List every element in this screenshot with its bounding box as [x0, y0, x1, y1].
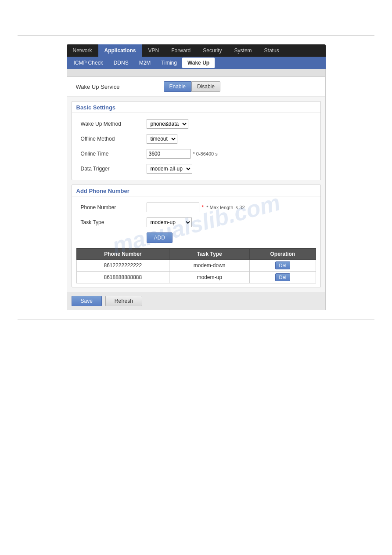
phone-number-input[interactable]: [147, 203, 199, 212]
nav-item-vpn[interactable]: VPN: [142, 44, 165, 57]
offline-method-control: timeout data: [147, 134, 177, 144]
phone-table: Phone Number Task Type Operation 8612222…: [76, 248, 316, 283]
phone-cell-2: 8618888888888: [76, 272, 169, 283]
bottom-bar: Save Refresh: [67, 292, 325, 310]
online-time-control: * 0-86400 s: [147, 149, 218, 159]
content-area: Wake Up Service Enable Disable Basic Set…: [67, 69, 326, 310]
task-type-label: Task Type: [76, 219, 147, 225]
online-time-input[interactable]: [147, 149, 191, 159]
subnav-item-wake-up[interactable]: Wake Up: [182, 58, 215, 68]
nav-item-system[interactable]: System: [228, 44, 258, 57]
add-phone-number-body: Phone Number * * Max length is 32 Task T…: [72, 196, 320, 287]
del-button-2[interactable]: Del: [275, 273, 291, 281]
wake-up-method-label: Wake Up Method: [76, 121, 147, 127]
phone-number-control: * * Max length is 32: [147, 203, 245, 212]
phone-cell-1: 8612222222222: [76, 260, 169, 272]
col-operation: Operation: [250, 249, 316, 260]
wake-up-method-row: Wake Up Method phone&data phone data: [76, 116, 316, 131]
task-type-select[interactable]: modem-up modem-down: [147, 218, 192, 227]
nav-item-applications[interactable]: Applications: [98, 44, 142, 57]
add-button[interactable]: ADD: [147, 232, 173, 243]
basic-settings-title: Basic Settings: [72, 102, 320, 113]
wake-up-service-btn-group: Enable Disable: [164, 81, 220, 92]
subnav-item-timing[interactable]: Timing: [156, 58, 182, 68]
op-cell-1: Del: [250, 260, 316, 272]
enable-button[interactable]: Enable: [164, 81, 191, 92]
grey-bar: [67, 69, 325, 77]
phone-number-row: Phone Number * * Max length is 32: [76, 200, 316, 215]
add-phone-number-title: Add Phone Number: [72, 185, 320, 196]
data-trigger-control: modem-all-up modem-up modem-down: [147, 164, 192, 174]
online-time-label: Online Time: [76, 151, 147, 157]
phone-number-hint: * Max length is 32: [206, 205, 245, 210]
data-trigger-label: Data Trigger: [76, 166, 147, 172]
nav-item-forward[interactable]: Forward: [165, 44, 197, 57]
wake-up-method-control: phone&data phone data: [147, 119, 188, 129]
wake-up-service-row: Wake Up Service Enable Disable: [67, 77, 325, 97]
data-trigger-row: Data Trigger modem-all-up modem-up modem…: [76, 161, 316, 176]
table-row: 8618888888888 modem-up Del: [76, 272, 316, 283]
subnav-item-ddns[interactable]: DDNS: [108, 58, 134, 68]
basic-settings-body: Wake Up Method phone&data phone data Off…: [72, 113, 320, 180]
refresh-button[interactable]: Refresh: [105, 296, 142, 306]
data-trigger-select[interactable]: modem-all-up modem-up modem-down: [147, 164, 192, 174]
required-star: *: [202, 204, 204, 210]
task-type-row: Task Type modem-up modem-down: [76, 215, 316, 230]
phone-number-label: Phone Number: [76, 204, 147, 210]
offline-method-label: Offline Method: [76, 136, 147, 142]
task-cell-1: modem-down: [169, 260, 250, 272]
col-task-type: Task Type: [169, 249, 250, 260]
online-time-row: Online Time * 0-86400 s: [76, 146, 316, 161]
subnav-item-icmp-check[interactable]: ICMP Check: [68, 58, 108, 68]
task-cell-2: modem-up: [169, 272, 250, 283]
save-button[interactable]: Save: [72, 296, 102, 306]
sub-nav: ICMP Check DDNS M2M Timing Wake Up: [67, 57, 326, 69]
task-type-control: modem-up modem-down: [147, 218, 192, 227]
wake-up-service-label: Wake Up Service: [76, 83, 164, 90]
col-phone-number: Phone Number: [76, 249, 169, 260]
basic-settings-section: Basic Settings Wake Up Method phone&data…: [72, 101, 321, 180]
nav-item-security[interactable]: Security: [197, 44, 228, 57]
nav-item-status[interactable]: Status: [258, 44, 285, 57]
offline-method-select[interactable]: timeout data: [147, 134, 177, 144]
del-button-1[interactable]: Del: [275, 261, 291, 269]
top-nav: Network Applications VPN Forward Securit…: [67, 44, 326, 57]
subnav-item-m2m[interactable]: M2M: [134, 58, 156, 68]
op-cell-2: Del: [250, 272, 316, 283]
nav-item-network[interactable]: Network: [67, 44, 98, 57]
wake-up-method-select[interactable]: phone&data phone data: [147, 119, 188, 129]
disable-button[interactable]: Disable: [191, 81, 220, 92]
offline-method-row: Offline Method timeout data: [76, 131, 316, 146]
table-row: 8612222222222 modem-down Del: [76, 260, 316, 272]
online-time-hint: * 0-86400 s: [193, 151, 218, 156]
add-phone-number-section: Add Phone Number Phone Number * * Max le…: [72, 185, 321, 287]
